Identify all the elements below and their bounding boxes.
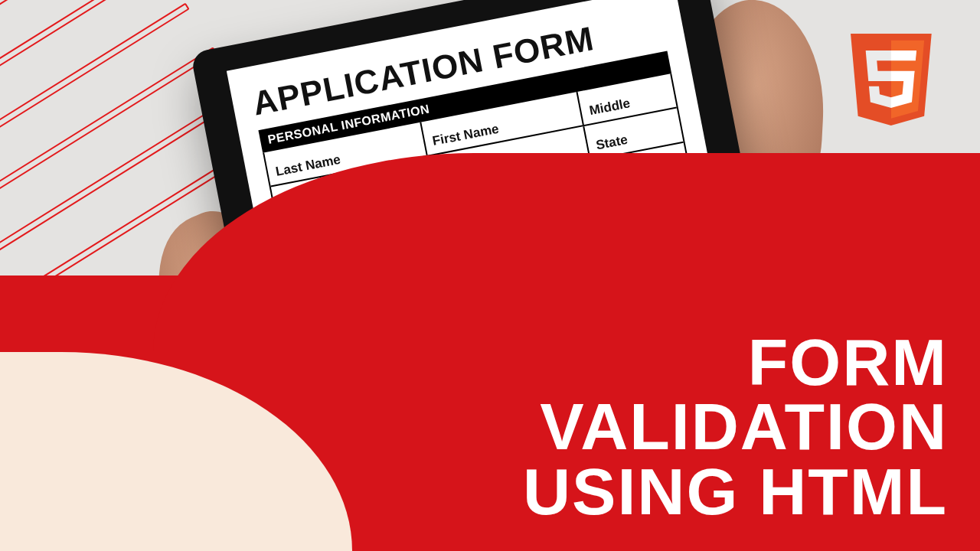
headline: FORM VALIDATION USING HTML: [523, 330, 948, 523]
headline-line-1: FORM: [523, 330, 948, 394]
headline-line-3: USING HTML: [523, 459, 948, 523]
headline-line-2: VALIDATION: [523, 394, 948, 458]
html5-logo-icon: [845, 28, 937, 132]
